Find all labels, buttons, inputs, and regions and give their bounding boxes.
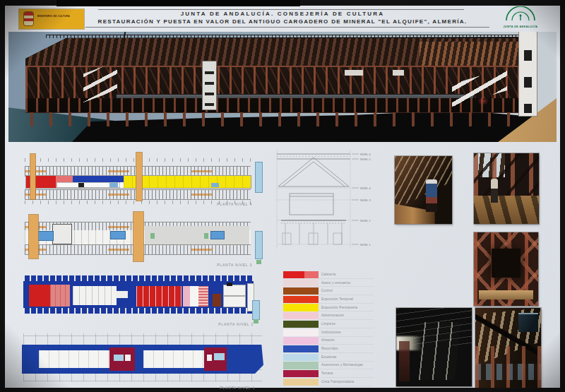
legend-label: Terraza [319,369,374,378]
plan3-grey-area [145,226,249,245]
plan2-caption: PLANTA NIVEL 2 [218,322,254,326]
legend-label: Almacén [319,337,374,345]
legend-item: Control [283,287,374,295]
plan2-lift-foot [254,319,258,323]
plan2-comb-bottom [23,308,254,314]
plan4-stair-box-1 [109,183,118,187]
render-pillars [30,112,521,126]
legend-swatch [283,287,319,295]
legend-label: Recorridos [319,345,374,353]
legend-label: Control [319,287,374,295]
floor-plan-level-4: PLANTA NIVEL 4 [19,147,266,208]
legend-item: Administración [283,311,374,320]
plan1-stair-box-2 [214,353,225,360]
plan2-white-hall [73,286,117,305]
legend-item: Ascensores y Montacargas [283,362,374,370]
photo-red-truss [474,232,538,306]
legend-label: Aseos y vestuarios [319,279,374,287]
junta-arch-icon [494,6,547,22]
legend-swatch [283,304,319,311]
header-rule-top [98,9,464,10]
floor-plan-level-3: PLANTA NIVEL 3 [19,210,266,267]
render-elevator-tower [519,32,537,116]
plan1-white-court-1 [39,350,109,368]
plan1-blue-band [22,345,263,374]
plan3-tower-left [29,215,38,259]
legend-label: Limpieza [319,320,374,328]
photo-roof-columns [475,346,541,388]
render-tower-mid [203,61,216,109]
legend-label: Cafetería [319,271,374,279]
photo-gallery-rust-column [399,341,410,382]
legend-swatch [283,321,319,328]
legend-label: Instituciones [319,328,374,337]
plan3-stair-box-2 [111,232,125,239]
plan2-hatched-zone [198,286,208,307]
legend-item: Terraza [283,369,374,378]
render-white-block-2 [393,70,404,76]
plan2-pink-zone-1 [50,285,70,307]
main-render-image [8,32,557,142]
plan4-elevator-bar [256,162,262,192]
plan2-white-room [190,286,198,307]
photo-gallery-glass-partitions [419,322,461,380]
photo-truss-platform [479,290,533,299]
plan2-brown-room [213,294,221,307]
plan2-red-zone-1 [29,285,50,307]
legend-swatch [283,279,319,286]
legend-label: Cinta Transportadora [319,378,374,386]
legend-item: Exposición Permanente [283,304,374,312]
legend-label: Exposición Temporal [319,295,374,304]
legend-item: Cafetería [283,271,374,279]
cross-section-drawing: NIVEL 6 NIVEL 5 NIVEL 4 NIVEL 3 NIVEL 2 … [271,150,377,254]
legend-swatch [283,271,319,278]
poster-board: JUNTA DE ANDALUCÍA. CONSEJERÍA DE CULTUR… [5,6,560,388]
section-level-label: NIVEL 2 [360,219,371,222]
render-roof-open-bay [420,42,527,67]
legend-swatch [283,312,319,319]
spain-crest-icon [24,12,33,25]
red-ink-smudge [477,97,489,105]
plan3-room-outline [53,225,71,244]
photo-attic-person [426,179,437,212]
legend-item: Almacén [283,337,374,345]
plan2-white-room-3 [224,297,245,307]
plan1-white-box-2 [207,355,212,361]
program-colour-legend: Cafetería Aseos y vestuarios Control Exp… [283,271,374,386]
photo-walkway-person [474,153,539,224]
plan3-elevator-bar [256,232,262,259]
legend-label: Escaleras [319,353,374,362]
photo-truss-dark-core [492,249,520,278]
poster-photo: JUNTA DE ANDALUCÍA. CONSEJERÍA DE CULTUR… [0,0,565,392]
legend-label: Ascensores y Montacargas [319,362,374,370]
render-structure [25,35,537,128]
header-rule-bottom [85,27,489,28]
photo-gallery-interior [396,308,472,386]
plan2-pink-zone-2 [183,286,190,307]
plan2-white-room-2 [224,285,245,295]
plan1-white-box-1 [125,355,131,361]
legend-swatch [283,337,319,344]
plan4-tower-left [30,154,35,199]
legend-label: Exposición Permanente [319,304,374,312]
plan4-caption: PLANTA NIVEL 4 [217,202,252,206]
plan4-black-room [78,183,84,187]
legend-item: Aseos y vestuarios [283,279,374,287]
plan4-stair-box-2 [211,183,219,187]
plan3-tower-mid [133,212,143,261]
section-level-label: NIVEL 6 [360,153,371,156]
plan4-tower-mid [136,153,142,201]
section-level-label: NIVEL 1 [360,243,371,247]
photo-roof-interior [475,308,541,388]
background-shadow-top [56,0,300,6]
plan1-white-court-2 [143,350,204,368]
plan3-lift-box-2 [204,233,208,239]
junta-logo-name: JUNTA DE ANDALUCÍA [494,25,547,28]
floor-plan-level-1: PLANTA NIVEL 1 [19,331,266,392]
gobierno-logo-text: MINISTERIO DE CULTURA [37,15,80,18]
plan2-comb-top [23,275,254,281]
photo-walkway-person-figure [491,179,498,203]
plan4-yellow-zone [124,176,251,188]
plan2-elevator-bar [253,301,259,319]
poster-title-line1: JUNTA DE ANDALUCÍA. CONSEJERÍA DE CULTUR… [76,11,489,17]
